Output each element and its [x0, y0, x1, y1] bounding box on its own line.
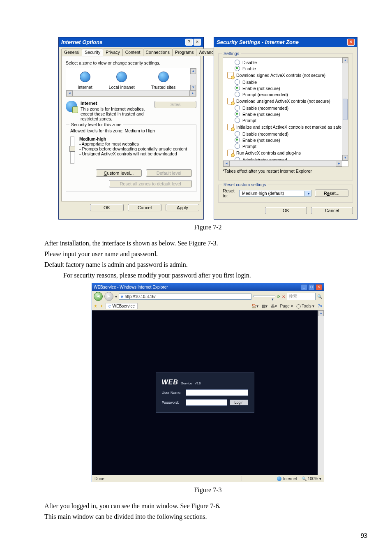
titlebar[interactable]: Security Settings - Internet Zone × [214, 37, 357, 47]
titlebar[interactable]: Internet Options ? × [59, 37, 203, 47]
close-icon[interactable]: × [316, 284, 322, 290]
content-vscroll[interactable]: ▴ [318, 310, 324, 475]
scroll-down-icon[interactable]: ▾ [190, 85, 196, 90]
maximize-icon[interactable]: □ [308, 284, 315, 290]
print-icon[interactable]: 🖶▾ [271, 304, 277, 308]
help-icon[interactable]: ?▾ [318, 304, 322, 308]
password-input[interactable] [186, 399, 228, 406]
ok-button[interactable]: OK [90, 204, 124, 211]
settings-list[interactable]: DisableEnableDownload signed ActiveX con… [223, 57, 348, 167]
body-paragraph: After you logged in, you can see the mai… [44, 501, 371, 511]
refresh-icon[interactable]: ⟳ [277, 294, 280, 299]
custom-level-button[interactable]: Custom level... [96, 169, 142, 177]
dropdown-icon[interactable]: ▾ [115, 294, 117, 299]
security-slider[interactable] [70, 136, 74, 164]
close-icon[interactable]: × [194, 39, 201, 46]
radio-icon[interactable] [235, 86, 240, 91]
back-button[interactable]: ◄ [94, 292, 103, 301]
setting-option[interactable]: Prompt (recommended) [227, 91, 348, 97]
radio-icon[interactable] [235, 118, 240, 123]
scroll-right-icon[interactable]: ▸ [336, 161, 342, 166]
tab-programs[interactable]: Programs [172, 49, 197, 56]
apply-button[interactable]: Apply [166, 204, 199, 211]
cancel-button[interactable]: Cancel [311, 207, 353, 214]
radio-icon[interactable] [235, 111, 240, 117]
zoom-control[interactable]: 🔍 100% ▾ [299, 476, 321, 481]
scroll-up-icon[interactable]: ▴ [342, 58, 348, 63]
username-input[interactable] [186, 389, 248, 396]
feeds-icon[interactable]: ▦▾ [262, 304, 267, 308]
page-menu[interactable]: Page ▾ [280, 304, 293, 308]
setting-option[interactable]: Disable (recommended) [227, 105, 348, 111]
browser-titlebar[interactable]: WEBservice - Windows Internet Explorer _… [92, 283, 324, 291]
page-number: 93 [361, 532, 367, 539]
reset-to-select[interactable]: Medium-high (default) ▾ [239, 190, 311, 197]
radio-icon[interactable] [235, 143, 240, 149]
scroll-down-icon[interactable]: ▾ [342, 155, 348, 161]
forward-button[interactable]: ► [104, 292, 113, 301]
favorites-icon[interactable]: ★ [94, 304, 97, 308]
tab-privacy[interactable]: Privacy [103, 49, 122, 56]
radio-icon[interactable] [235, 60, 240, 65]
tab-connections[interactable]: Connections [143, 49, 173, 56]
slider-thumb[interactable] [69, 146, 75, 152]
setting-option[interactable]: Enable (not secure) [227, 137, 348, 143]
browser-tab[interactable]: e WEBservice [106, 303, 138, 309]
zone-local-intranet[interactable]: Local intranet [109, 72, 135, 90]
globe-icon [116, 72, 127, 82]
help-icon[interactable]: ? [185, 39, 193, 46]
tab-security[interactable]: Security [82, 49, 103, 56]
setting-option[interactable]: Prompt [227, 143, 348, 149]
hscrollbar[interactable]: ◂ ▸ [223, 160, 342, 166]
tab-content[interactable]: Content [122, 49, 143, 56]
radio-icon[interactable] [235, 79, 240, 85]
security-level-legend: Security level for this zone [69, 122, 123, 127]
scroll-up-icon[interactable]: ▴ [190, 68, 196, 74]
zone-list[interactable]: Internet Local intranet Trusted sites ▴ [66, 68, 196, 97]
setting-option[interactable]: Enable (not secure) [227, 85, 348, 91]
search-icon[interactable]: 🔍 [317, 294, 322, 299]
zone-vscroll[interactable]: ▴ ▾ [190, 68, 196, 90]
stop-icon[interactable]: ✕ [282, 294, 285, 299]
setting-option[interactable]: Disable [227, 59, 348, 65]
scroll-left-icon[interactable]: ◂ [223, 161, 230, 166]
address-bar[interactable]: e http://10.10.3.16/ [119, 294, 251, 300]
radio-icon[interactable] [235, 131, 240, 136]
scrollbar-thumb[interactable] [343, 99, 348, 120]
add-favorites-icon[interactable]: ✦ [100, 304, 103, 308]
page-icon: e [108, 304, 111, 308]
allowed-levels: Allowed levels for this zone: Medium to … [70, 128, 192, 133]
scroll-left-icon[interactable]: ◂ [66, 90, 73, 96]
status-text: Done [95, 476, 104, 481]
go-dropdown[interactable]: ▾ [253, 296, 275, 297]
search-box[interactable]: 搜索 [287, 293, 316, 300]
radio-icon[interactable] [235, 105, 240, 111]
scroll-right-icon[interactable]: ▸ [189, 90, 196, 96]
setting-option[interactable]: Disable (recommended) [227, 131, 348, 137]
username-label: User Name: [162, 391, 183, 395]
scroll-up-icon[interactable]: ▴ [318, 310, 324, 316]
setting-option[interactable]: Prompt [227, 117, 348, 123]
home-icon[interactable]: 🏠▾ [251, 304, 258, 308]
radio-icon[interactable] [235, 137, 240, 143]
minimize-icon[interactable]: _ [301, 284, 307, 290]
zone-internet[interactable]: Internet [78, 72, 92, 90]
settings-legend: Settings [222, 51, 241, 56]
setting-option[interactable]: Disable [227, 79, 348, 85]
vscrollbar[interactable]: ▴ ▾ [342, 58, 348, 161]
reset-button[interactable]: Reset... [315, 190, 348, 197]
level-name: Medium-high [79, 136, 106, 141]
setting-option[interactable]: Enable [227, 65, 348, 72]
close-icon[interactable]: × [347, 39, 355, 46]
cancel-button[interactable]: Cancel [128, 204, 161, 211]
zone-hscroll[interactable]: ◂ ▸ [66, 90, 196, 96]
tools-menu[interactable]: ◯ Tools ▾ [296, 304, 315, 308]
setting-option[interactable]: Enable (not secure) [227, 111, 348, 117]
zone-trusted-sites[interactable]: Trusted sites [151, 72, 176, 90]
login-button[interactable]: Login [230, 400, 248, 405]
radio-icon[interactable] [235, 92, 240, 97]
shield-globe-icon [66, 101, 77, 112]
radio-icon[interactable] [235, 66, 240, 71]
tab-general[interactable]: General [61, 49, 82, 56]
ok-button[interactable]: OK [265, 207, 307, 214]
